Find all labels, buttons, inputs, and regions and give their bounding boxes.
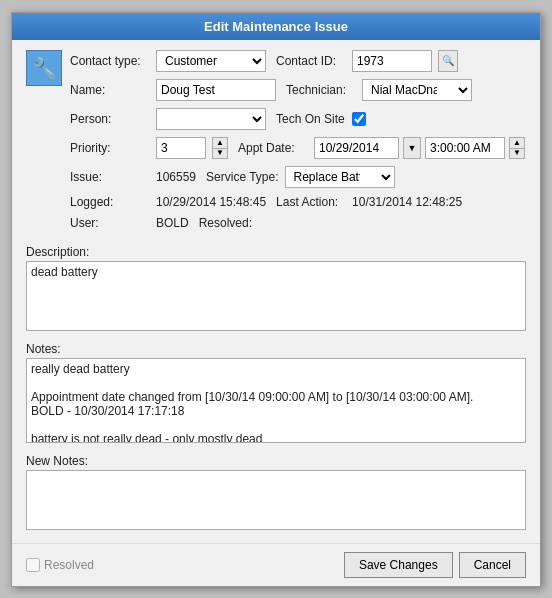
priority-spin-up-button[interactable]: ▲: [212, 137, 228, 148]
appt-time-input[interactable]: [425, 137, 505, 159]
resolved-checkbox-label: Resolved: [44, 558, 94, 572]
save-changes-button[interactable]: Save Changes: [344, 552, 453, 578]
contact-type-select[interactable]: Customer: [156, 50, 266, 72]
tech-on-site-label: Tech On Site: [276, 112, 346, 126]
resolved-checkbox[interactable]: [26, 558, 40, 572]
notes-label: Notes:: [26, 342, 526, 356]
tech-on-site-row: Tech On Site: [276, 108, 366, 130]
time-spin-down-button[interactable]: ▼: [509, 148, 525, 159]
service-type-row: Service Type: Replace Battery Repair Ins…: [206, 166, 394, 188]
cancel-button[interactable]: Cancel: [459, 552, 526, 578]
time-spinner: ▲ ▼: [509, 137, 525, 159]
top-row: 🔧 Contact type: Customer Contact ID:: [26, 50, 526, 237]
contact-id-label: Contact ID:: [276, 54, 346, 68]
last-action-row: Last Action: 10/31/2014 12:48:25: [276, 195, 462, 209]
last-action-label: Last Action:: [276, 195, 346, 209]
appt-date-input[interactable]: [314, 137, 399, 159]
description-label: Description:: [26, 245, 526, 259]
row-5: Issue: 106559 Service Type: Replace Batt…: [70, 166, 526, 191]
appt-date-dropdown-button[interactable]: ▼: [403, 137, 421, 159]
issue-row: Issue: 106559: [70, 166, 196, 188]
technician-label: Technician:: [286, 83, 356, 97]
window-title: Edit Maintenance Issue: [204, 19, 348, 34]
row-7: User: BOLD Resolved:: [70, 216, 526, 233]
service-type-label: Service Type:: [206, 170, 278, 184]
contact-type-label: Contact type:: [70, 54, 150, 68]
tech-on-site-checkbox[interactable]: [352, 112, 366, 126]
priority-input[interactable]: [156, 137, 206, 159]
row-6: Logged: 10/29/2014 15:48:45 Last Action:…: [70, 195, 526, 212]
search-icon: 🔍: [442, 55, 454, 66]
person-label: Person:: [70, 112, 150, 126]
technician-select[interactable]: Nial MacDnald: [362, 79, 472, 101]
resolved-date-label: Resolved:: [199, 216, 269, 230]
row-4: Priority: ▲ ▼ Appt Date: ▼: [70, 137, 526, 162]
row-1: Contact type: Customer Contact ID: 🔍: [70, 50, 526, 75]
priority-spin-down-button[interactable]: ▼: [212, 148, 228, 159]
contact-id-row: Contact ID: 🔍: [276, 50, 458, 72]
name-label: Name:: [70, 83, 150, 97]
priority-label: Priority:: [70, 141, 150, 155]
row-3: Person: Tech On Site: [70, 108, 526, 133]
priority-row: Priority: ▲ ▼: [70, 137, 228, 159]
main-window: Edit Maintenance Issue 🔧 Contact type: C…: [11, 12, 541, 587]
appt-date-row: Appt Date: ▼ ▲ ▼: [238, 137, 525, 159]
person-row: Person:: [70, 108, 266, 130]
button-group: Save Changes Cancel: [344, 552, 526, 578]
new-notes-label: New Notes:: [26, 454, 526, 468]
contact-type-row: Contact type: Customer: [70, 50, 266, 72]
technician-row: Technician: Nial MacDnald: [286, 79, 472, 101]
last-action-value: 10/31/2014 12:48:25: [352, 195, 462, 209]
description-textarea[interactable]: dead battery: [26, 261, 526, 331]
resolved-checkbox-row: Resolved: [26, 558, 94, 572]
user-value: BOLD: [156, 216, 189, 230]
logged-row: Logged: 10/29/2014 15:48:45: [70, 195, 266, 209]
user-row: User: BOLD: [70, 216, 189, 230]
new-notes-textarea[interactable]: [26, 470, 526, 530]
issue-label: Issue:: [70, 170, 150, 184]
bottom-bar: Resolved Save Changes Cancel: [12, 543, 540, 586]
contact-id-input[interactable]: [352, 50, 432, 72]
notes-textarea[interactable]: really dead battery Appointment date cha…: [26, 358, 526, 443]
person-select[interactable]: [156, 108, 266, 130]
contact-id-search-button[interactable]: 🔍: [438, 50, 458, 72]
appt-date-label: Appt Date:: [238, 141, 308, 155]
app-icon: 🔧: [26, 50, 62, 86]
title-bar: Edit Maintenance Issue: [12, 13, 540, 40]
wrench-icon: 🔧: [32, 56, 57, 80]
service-type-select[interactable]: Replace Battery Repair Install: [285, 166, 395, 188]
priority-spinner: ▲ ▼: [212, 137, 228, 159]
form-content: 🔧 Contact type: Customer Contact ID:: [12, 40, 540, 543]
issue-value: 106559: [156, 170, 196, 184]
resolved-date-row: Resolved:: [199, 216, 275, 230]
logged-label: Logged:: [70, 195, 150, 209]
name-row: Name:: [70, 79, 276, 101]
time-spin-up-button[interactable]: ▲: [509, 137, 525, 148]
logged-value: 10/29/2014 15:48:45: [156, 195, 266, 209]
name-input[interactable]: [156, 79, 276, 101]
row-2: Name: Technician: Nial MacDnald: [70, 79, 526, 104]
user-label: User:: [70, 216, 150, 230]
date-row: ▼ ▲ ▼: [314, 137, 525, 159]
form-section: Contact type: Customer Contact ID: 🔍: [70, 50, 526, 237]
